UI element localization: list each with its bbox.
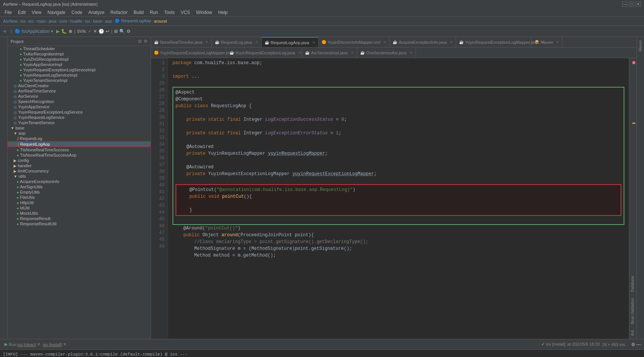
settings-icon[interactable]: ⚙ bbox=[631, 342, 635, 347]
tree-item-ttsnonerealtimesuccess[interactable]: ● TtsNoneRealTimeSuccess bbox=[8, 147, 151, 152]
tab-AsrServiceImpl-java[interactable]: ☕ AsrServiceImpl.java✕ bbox=[302, 48, 357, 58]
menu-navigate[interactable]: Navigate bbox=[45, 9, 68, 16]
tab-NoneRealTimeAsr-java[interactable]: ☕ NoneRealTimeAsr.java✕ bbox=[151, 37, 212, 47]
tree-item-aop[interactable]: ▼ aop bbox=[8, 131, 151, 136]
run-tab[interactable]: ▶ Run: iss [clean] ✕ iss [install] ✕ bbox=[0, 339, 71, 349]
tab-YuyinRequestExceptionLogMapper-xml[interactable]: 🟠 YuyinRequestExceptionLogMapper.xml✕ bbox=[151, 48, 226, 58]
tree-item-asrrealtimeservice[interactable]: ◎ AsrRealTimeService bbox=[8, 88, 151, 94]
tab-OneSentenceAsr-java[interactable]: ☕ OneSentenceAsr.java✕ bbox=[357, 48, 416, 58]
tab-YuyinRequestExceptionLogMapper-java[interactable]: ☕ YuyinRequestExceptionLogMapper.java✕ bbox=[456, 37, 532, 47]
project-settings-icon[interactable]: ⚙ bbox=[144, 39, 148, 44]
tree-item-requestlog[interactable]: J RequestLog bbox=[8, 136, 151, 141]
svn-cross[interactable]: ✕ bbox=[93, 29, 97, 34]
tree-item-acquireexceptioninfo[interactable]: ● AcquireExceptionInfo bbox=[8, 179, 151, 184]
undo-button[interactable]: ↩ bbox=[106, 29, 109, 34]
tree-item-fileutils[interactable]: ● FileUtils bbox=[8, 195, 151, 200]
tree-item-responseresultutil[interactable]: ● ResponseResultUtil bbox=[8, 221, 151, 226]
tab-YuyinDiscernInfoMapper-xml[interactable]: 🟠 YuyinDiscernInfoMapper.xml✕ bbox=[319, 37, 390, 47]
tree-item-yuyintenantserviceimpl[interactable]: ● YuyinTenantServiceImpl bbox=[8, 78, 151, 83]
gear-icon[interactable]: ⚙ bbox=[126, 29, 131, 34]
menu-tools[interactable]: Tools bbox=[161, 9, 178, 16]
maven-panel-btn[interactable]: Maven bbox=[638, 37, 643, 54]
close-button[interactable]: ✕ bbox=[636, 2, 641, 7]
database-panel[interactable]: Database bbox=[630, 273, 636, 295]
breadcrumb-asr[interactable]: AsrNew bbox=[3, 19, 18, 23]
tab-close-AcquireExceptionInfo-java[interactable]: ✕ bbox=[450, 40, 453, 44]
tree-item-asrservice[interactable]: ◎ AsrService bbox=[8, 94, 151, 99]
tab-RequestLogAop-java[interactable]: ☕ RequestLogAop.java✕ bbox=[262, 37, 319, 47]
stop-button[interactable]: ⏹ bbox=[68, 29, 73, 34]
tree-item-config[interactable]: ▶ config bbox=[8, 158, 151, 163]
breadcrumb-src[interactable]: src bbox=[28, 19, 34, 23]
tree-item-threadscheduler[interactable]: ● ThreadScheduler bbox=[8, 46, 151, 51]
tree-item-yunzhisrecognitionimpl[interactable]: ● YunZhiSRecognitionImpl bbox=[8, 57, 151, 62]
menu-file[interactable]: File bbox=[2, 9, 15, 16]
debug-button[interactable]: 🐛 bbox=[61, 29, 67, 34]
breadcrumb-iss2[interactable]: iss bbox=[85, 19, 90, 23]
tab-close-YuyinDiscernInfoMapper-xml[interactable]: ✕ bbox=[383, 40, 386, 44]
menu-code[interactable]: Code bbox=[68, 9, 85, 16]
expand-icon[interactable]: — bbox=[636, 342, 641, 347]
ant-panel[interactable]: Ant bbox=[630, 327, 636, 339]
tree-item-requestlogaop[interactable]: J RequestLogAop bbox=[8, 141, 151, 147]
app-selector[interactable]: 🔵 IssApplication ▾ bbox=[15, 29, 53, 34]
run-button[interactable]: ▶ bbox=[56, 29, 60, 34]
tree-item-handler[interactable]: ▶ handler bbox=[8, 163, 151, 168]
tree-item-yuyinrequestlogserviceimpl[interactable]: ● YuyinRequestLogServiceImpl bbox=[8, 72, 151, 78]
tree-item-utils[interactable]: ▼ utils bbox=[8, 174, 151, 179]
breadcrumb-aop[interactable]: aop bbox=[105, 19, 112, 23]
tab-close-Maven[interactable]: ✕ bbox=[556, 40, 559, 44]
tab-close-RequestLog-java[interactable]: ✕ bbox=[255, 40, 258, 44]
tree-item-yuyinrequestexceptionlogserviceimpl[interactable]: ● YuyinRequestExceptionLogServiceImpl bbox=[8, 67, 151, 72]
tree-item-txasrrecognitionimpl[interactable]: ● TxAsrRecognitionImpl bbox=[8, 51, 151, 57]
menu-window[interactable]: Window bbox=[193, 9, 215, 16]
tab-close-OneSentenceAsr-java[interactable]: ✕ bbox=[410, 51, 413, 55]
tree-item-emptyutils[interactable]: ● EmptyUtils bbox=[8, 189, 151, 195]
tab-close-NoneRealTimeAsr-java[interactable]: ✕ bbox=[205, 40, 208, 44]
tree-item-limitconcurrency[interactable]: ▶ limitConcurrency bbox=[8, 168, 151, 174]
tab-YuyinRequestExceptionLog-java[interactable]: ☕ YuyinRequestExceptionLog.java✕ bbox=[226, 48, 302, 58]
tab-close-AsrServiceImpl-java[interactable]: ✕ bbox=[351, 51, 354, 55]
project-collapse-icon[interactable]: ⊟ bbox=[138, 39, 142, 44]
tree-item-httputil[interactable]: ● HttpUtil bbox=[8, 200, 151, 205]
tree-item-yuyinappserviceimpl[interactable]: ● YuyinAppServiceImpl bbox=[8, 62, 151, 67]
code-content[interactable]: package com.hualife.iss.base.aop;import … bbox=[168, 58, 629, 339]
tab-close-YuyinRequestExceptionLog-java[interactable]: ✕ bbox=[298, 51, 301, 55]
tab-Maven[interactable]: 📦 Maven✕ bbox=[532, 37, 562, 47]
search-icon[interactable]: 🔍 bbox=[119, 29, 125, 34]
tree-item-idutil[interactable]: ● IdUtil bbox=[8, 205, 151, 211]
tree-item-yuyinappservice[interactable]: ◎ YuyinAppService bbox=[8, 104, 151, 109]
tree-item-base[interactable]: ▼ base bbox=[8, 125, 151, 131]
menu-view[interactable]: View bbox=[29, 9, 45, 16]
tree-item-yuyinrequestexceptionlogservice[interactable]: ◎ YuyinRequestExceptionLogService bbox=[8, 109, 151, 115]
menu-refactor[interactable]: Refactor bbox=[108, 9, 131, 16]
breadcrumb-iss[interactable]: iss bbox=[20, 19, 25, 23]
tree-item-mockutils[interactable]: ● MockUtils bbox=[8, 211, 151, 216]
tree-item-yuyintenantservice[interactable]: ◎ YuyinTenantService bbox=[8, 120, 151, 125]
tree-item-yuyinrequestlogservice[interactable]: ◎ YuyinRequestLogService bbox=[8, 115, 151, 120]
menu-help[interactable]: Help bbox=[215, 9, 231, 16]
tab-AcquireExceptionInfo-java[interactable]: ☕ AcquireExceptionInfo.java✕ bbox=[390, 37, 456, 47]
menu-edit[interactable]: Edit bbox=[15, 9, 29, 16]
breadcrumb-java[interactable]: java bbox=[49, 19, 56, 23]
breadcrumb-com[interactable]: com bbox=[59, 19, 67, 23]
tab-RequestLog-java[interactable]: ☕ RequestLog.java✕ bbox=[212, 37, 262, 47]
breadcrumb-hualife[interactable]: hualife bbox=[70, 19, 82, 23]
tab-close-RequestLogAop-java[interactable]: ✕ bbox=[312, 40, 315, 45]
menu-build[interactable]: Build bbox=[131, 9, 147, 16]
tree-item-ttsnonerealtimesuccessaop[interactable]: ● TtsNoneRealTimeSuccessAop bbox=[8, 152, 151, 158]
bean-validation-panel[interactable]: Bean Validation bbox=[630, 295, 636, 327]
tree-item-asrsignutils[interactable]: ● AsrSignUtils bbox=[8, 184, 151, 189]
menu-vcs[interactable]: VCS bbox=[178, 9, 193, 16]
menu-analyze[interactable]: Analyze bbox=[85, 9, 108, 16]
breadcrumb-main[interactable]: main bbox=[37, 19, 46, 23]
breadcrumb-file[interactable]: 🔵 RequestLogAop bbox=[115, 18, 151, 23]
svn-check[interactable]: ✓ bbox=[88, 29, 92, 34]
menu-run[interactable]: Run bbox=[147, 9, 161, 16]
tree-item-responseresult[interactable]: ● ResponseResult bbox=[8, 216, 151, 221]
maximize-button[interactable]: □ bbox=[629, 2, 634, 7]
breadcrumb-base[interactable]: base bbox=[93, 19, 102, 23]
minimize-button[interactable]: — bbox=[622, 2, 627, 7]
tree-item-asrclientcreator[interactable]: ◎ AsrClientCreator bbox=[8, 83, 151, 88]
toolbar-left-arrow[interactable]: ◀ bbox=[3, 29, 6, 33]
